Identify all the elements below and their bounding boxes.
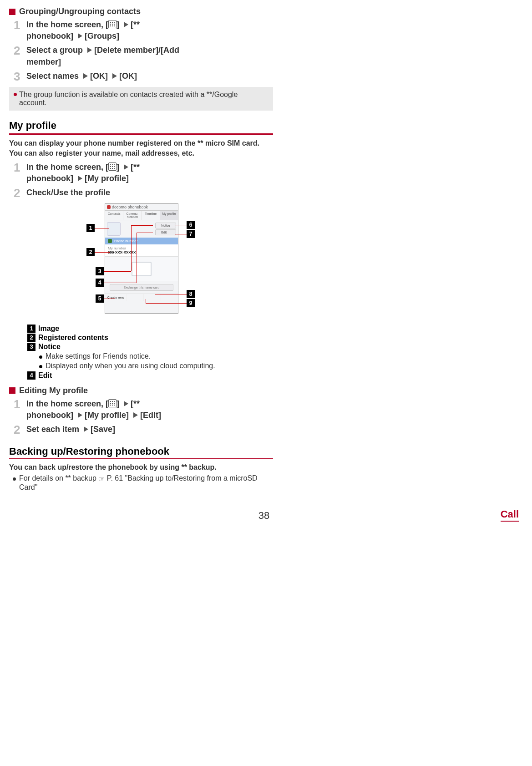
phone-tabs: Contacts Commu-nication Timeline My prof… [105,210,178,220]
step-body: In the home screen, [] [** phonebook] [M… [26,162,140,184]
text: [OK] [90,71,110,81]
chevron-right-icon [124,22,128,27]
name-card-icon [132,262,152,276]
step-number: 2 [14,187,25,199]
text: [** [131,162,140,172]
step-body: In the home screen, [] [** phonebook] [G… [26,19,140,42]
grouping-step-1: 1 In the home screen, [] [** phonebook] … [14,19,273,42]
callout-badge: 4 [27,371,35,380]
callout-label: Notice [38,343,61,351]
callout-label: Edit [38,371,52,380]
exchange-card-button[interactable]: Exchange this name card [110,284,173,291]
chevron-right-icon [78,412,82,418]
apps-grid-icon [108,399,117,407]
callout-badge: 3 [27,343,35,351]
edit-button[interactable]: Edit [155,229,176,235]
chevron-right-icon [124,164,128,170]
callout-line [104,283,137,283]
callout-num-3: 3 [96,267,104,275]
callout-line [104,271,131,272]
chevron-right-icon [84,426,88,432]
text: [My profile] [85,174,129,183]
apps-grid-icon [108,20,117,28]
myprofile-step-2: 2 Check/Use the profile [14,187,273,199]
chevron-right-icon [83,73,88,79]
page-content: Grouping/Ungrouping contacts 1 In the ho… [9,7,273,492]
notice-button[interactable]: Notice [155,223,176,228]
callout-line [155,285,155,294]
myprofile-step-1: 1 In the home screen, [] [** phonebook] … [14,162,273,184]
callout-num-9: 9 [187,299,195,307]
callout-line [131,225,153,226]
callout-3-sub: Make settings for Friends notice. Displa… [35,352,273,370]
text: Phone number [114,239,137,243]
callout-num-4: 4 [96,279,104,287]
tab-contacts[interactable]: Contacts [105,211,123,220]
step-body: Select a group [Delete member]/[Add memb… [26,45,179,67]
my-profile-heading: My profile [9,120,273,132]
callout-list: 1Image 2Registered contents 3Notice Make… [27,325,273,380]
chevron-right-icon [112,73,117,79]
red-square-icon [9,9,15,15]
backup-intro: You can back up/restore the phonebook by… [9,462,273,472]
create-new-button[interactable]: Create new [105,294,127,301]
apps-grid-icon [108,162,117,171]
callout-line [146,303,187,304]
step-number: 1 [14,162,25,184]
callout-num-5: 5 [96,294,104,303]
profile-screenshot: docomo phonebook Contacts Commu-nication… [59,203,223,317]
bottom-slot[interactable] [143,294,161,301]
phone-titlebar: docomo phonebook [105,204,178,210]
editing-title: Editing My profile [19,386,88,396]
callout-item-1: 1Image [27,325,273,333]
callout-line [137,233,153,233]
text: In the home screen, [ [26,399,108,408]
callout-line [175,225,187,225]
my-profile-intro: You can display your phone number regist… [9,138,273,159]
step-body: Select names [OK] [OK] [26,71,137,82]
bottom-slot[interactable] [161,294,178,301]
tab-timeline[interactable]: Timeline [142,211,160,220]
chevron-right-icon [78,33,82,39]
grouping-note: The group function is available on conta… [9,87,273,111]
grouping-title: Grouping/Ungrouping contacts [19,7,141,16]
phone-number: 090-XXX-XXXXX [108,250,175,254]
text: ] [117,20,122,29]
card-area [105,257,178,281]
step-number: 1 [14,19,25,42]
chevron-right-icon [78,176,82,181]
callout-label: Image [38,325,59,333]
profile-row: Notice Edit [105,220,178,238]
step-number: 3 [14,71,25,82]
callout-line [131,225,132,271]
callout-line [175,234,187,234]
page-number: 38 [9,510,519,522]
phone-number-header: Phone number [105,238,178,244]
callout-line [155,294,187,294]
text: My number [108,246,175,250]
grouping-step-3: 3 Select names [OK] [OK] [14,71,273,82]
text: member] [26,57,61,66]
chevron-right-icon [87,47,92,53]
callout-item-2: 2Registered contents [27,334,273,342]
tab-my-profile[interactable]: My profile [160,211,178,220]
callout-num-6: 6 [187,221,195,229]
step-body: Check/Use the profile [26,187,110,199]
tab-communication[interactable]: Commu-nication [123,211,142,220]
bottom-row: Create new [105,294,178,301]
editing-title-row: Editing My profile [9,386,273,396]
divider [9,133,273,135]
callout-item-3: 3Notice [27,343,273,351]
text: Set each item [26,425,81,434]
callout-line [146,299,146,303]
callout-label: Registered contents [38,334,108,342]
callout-line [95,252,110,253]
grouping-step-2: 2 Select a group [Delete member]/[Add me… [14,45,273,67]
divider [9,458,273,459]
sub-bullet: Make settings for Friends notice. [35,352,273,360]
callout-item-4: 4Edit [27,371,273,380]
red-square-icon [9,387,15,394]
text: In the home screen, [ [26,162,108,172]
backup-bullet: For details on ** backup ☞ P. 61 "Backin… [9,474,273,492]
bottom-slot[interactable] [127,294,144,301]
